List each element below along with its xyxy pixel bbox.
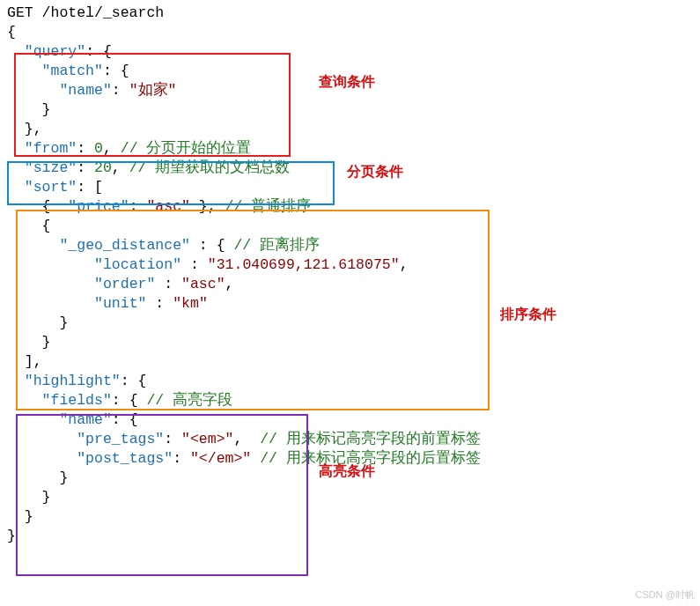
val-size: 20 (94, 159, 112, 176)
val-asc2: "asc" (181, 276, 225, 292)
key-fields: "fields" (42, 392, 112, 409)
comment-fields: // 高亮字段 (146, 392, 232, 409)
key-name: "name" (59, 82, 111, 99)
key-geo: "_geo_distance" (59, 237, 190, 254)
key-match: "match" (42, 63, 103, 79)
val-post: "</em>" (190, 450, 251, 467)
comment-from: // 分页开始的位置 (121, 140, 252, 157)
key-posttags: "post_tags" (77, 450, 173, 467)
key-price: "price" (68, 198, 129, 215)
key-size: "size" (25, 159, 77, 176)
val-location: "31.040699,121.618075" (208, 256, 400, 273)
label-page: 分页条件 (347, 162, 403, 181)
request-line: GET /hotel/_search (7, 4, 164, 21)
label-query: 查询条件 (319, 72, 375, 92)
key-unit: "unit" (94, 295, 146, 312)
val-asc1: "asc" (146, 198, 190, 215)
watermark: CSDN @时帆 (636, 585, 695, 604)
key-location: "location" (94, 256, 181, 273)
val-from: 0 (94, 140, 103, 157)
label-sort: 排序条件 (500, 305, 556, 324)
key-query: "query" (25, 43, 85, 60)
key-from: "from" (25, 140, 77, 157)
val-pre: "<em>" (181, 431, 233, 447)
comment-pre: // 用来标记高亮字段的前置标签 (260, 431, 481, 447)
comment-sort-geo: // 距离排序 (233, 237, 320, 254)
comment-sort-plain: // 普通排序 (225, 198, 312, 215)
val-km: "km" (173, 295, 208, 312)
key-sort: "sort" (25, 179, 77, 196)
key-highlight: "highlight" (25, 373, 121, 389)
label-highlight: 高亮条件 (319, 462, 375, 481)
comment-size: // 期望获取的文档总数 (129, 159, 291, 176)
key-order: "order" (94, 276, 155, 292)
key-name2: "name" (59, 411, 111, 428)
key-pretags: "pre_tags" (77, 431, 164, 447)
val-name: "如家" (129, 82, 177, 99)
